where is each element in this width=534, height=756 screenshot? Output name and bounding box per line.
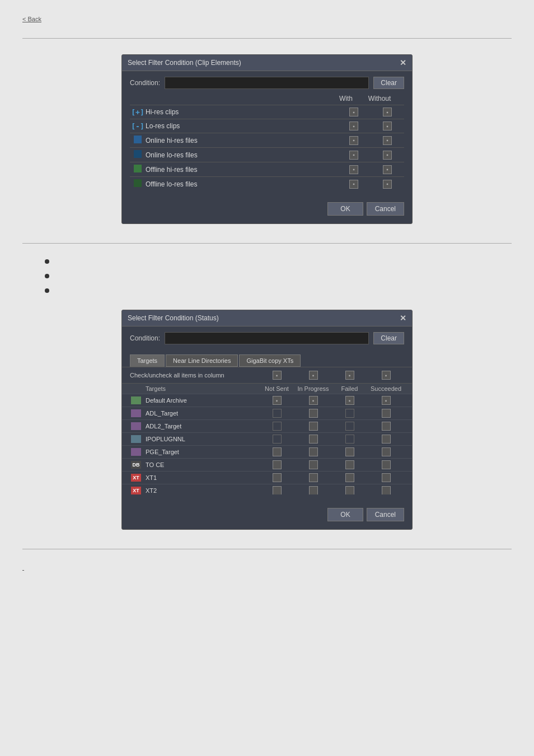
online-lores-label: Online lo-res files (146, 151, 337, 159)
pge-inprogress-checkbox[interactable] (309, 447, 318, 456)
clear-button-1[interactable]: Clear (373, 77, 404, 89)
dialog2-ok-button[interactable]: OK (327, 508, 363, 521)
check-all-inprogress-checkbox[interactable]: ▪ (309, 371, 318, 380)
offline-lores-icon (130, 179, 146, 189)
toce-failed-checkbox[interactable] (345, 460, 354, 469)
adl2-inprogress-checkbox[interactable] (309, 422, 318, 431)
ipoplug-inprogress-checkbox[interactable] (309, 435, 318, 444)
offline-hires-with-checkbox[interactable]: ▪ (349, 165, 358, 174)
table-row: DB TO CE (122, 458, 412, 471)
pge-target-icon (130, 447, 142, 456)
adl2-failed-checkbox[interactable] (345, 422, 354, 431)
default-archive-icon (130, 396, 142, 405)
table-row: ADL_Target (122, 407, 412, 419)
archive-succeeded-checkbox[interactable]: ▪ (382, 396, 391, 405)
online-lores-without-checkbox[interactable]: ▪ (383, 151, 392, 160)
tab-nearline[interactable]: Near Line Directories (166, 354, 238, 367)
adl-succeeded-checkbox[interactable] (382, 409, 391, 418)
dialog1-cancel-button[interactable]: Cancel (367, 202, 404, 216)
archive-inprogress-checkbox[interactable]: ▪ (309, 396, 318, 405)
ipoplug-notsent-checkbox[interactable] (273, 435, 282, 444)
th-succeeded: Succeeded (368, 385, 404, 392)
dialog1-ok-button[interactable]: OK (327, 202, 363, 216)
online-lores-with-checkbox[interactable]: ▪ (349, 151, 358, 160)
toce-succeeded-checkbox[interactable] (382, 460, 391, 469)
online-hires-without-checkbox[interactable]: ▪ (383, 136, 392, 145)
archive-notsent-checkbox[interactable]: ▪ (273, 396, 282, 405)
xt2-icon: XT (130, 486, 142, 494)
table-row: PGE_Target (122, 445, 412, 458)
toce-inprogress-checkbox[interactable] (309, 460, 318, 469)
top-nav-link[interactable]: < Back (0, 11, 534, 28)
clear-button-2[interactable]: Clear (373, 332, 404, 344)
xt1-succeeded-checkbox[interactable] (382, 473, 391, 482)
offline-hires-checkboxes: ▪ ▪ (337, 165, 404, 174)
adl-failed-checkbox[interactable] (345, 409, 354, 418)
items-list-1: [+] Hi-res clips ▪ ▪ (130, 105, 404, 191)
table-row: ADL2_Target (122, 419, 412, 432)
adl2-succeeded-checkbox[interactable] (382, 422, 391, 431)
adl-target-icon (130, 409, 142, 418)
adl-inprogress-checkbox[interactable] (309, 409, 318, 418)
condition-label-2: Condition: (130, 334, 160, 342)
dialog2-body: Condition: Clear (122, 326, 412, 344)
condition-input-2[interactable] (165, 332, 369, 344)
offline-lores-without-checkbox[interactable]: ▪ (383, 180, 392, 189)
check-all-label: Check/uncheck all items in column (130, 372, 259, 379)
xt1-cells (259, 473, 404, 482)
check-all-failed-checkbox[interactable]: ▪ (345, 371, 354, 380)
pge-failed-checkbox[interactable] (345, 447, 354, 456)
offline-lores-with-checkbox[interactable]: ▪ (349, 180, 358, 189)
dialog1-close-button[interactable]: ✕ (400, 59, 406, 67)
bullet-text-2 (55, 272, 57, 282)
xt2-notsent-checkbox[interactable] (273, 486, 282, 494)
bullet-dot-2 (45, 274, 49, 278)
xt2-succeeded-checkbox[interactable] (382, 486, 391, 494)
lo-res-without-checkbox[interactable]: ▪ (383, 122, 392, 130)
xt1-failed-checkbox[interactable] (345, 473, 354, 482)
hi-res-without-checkbox[interactable]: ▪ (383, 108, 392, 116)
dialog-status: Select Filter Condition (Status) ✕ Condi… (121, 310, 413, 530)
pge-succeeded-checkbox[interactable] (382, 447, 391, 456)
col-header-without: Without (363, 95, 396, 102)
hi-res-with-checkbox[interactable]: ▪ (349, 108, 358, 116)
table-row: XT XT1 (122, 471, 412, 484)
condition-input-1[interactable] (165, 77, 369, 89)
xt1-notsent-checkbox[interactable] (273, 473, 282, 482)
bullet-text-3 (55, 286, 57, 296)
offline-hires-without-checkbox[interactable]: ▪ (383, 165, 392, 174)
online-hires-with-checkbox[interactable]: ▪ (349, 136, 358, 145)
condition-row-2: Condition: Clear (130, 332, 404, 344)
th-inprogress: In Progress (295, 385, 331, 392)
pge-target-label: PGE_Target (146, 449, 259, 455)
ipoplug-succeeded-checkbox[interactable] (382, 435, 391, 444)
th-notsent: Not Sent (259, 385, 295, 392)
archive-failed-checkbox[interactable]: ▪ (345, 396, 354, 405)
bullet-item-2 (45, 272, 512, 282)
adl2-notsent-checkbox[interactable] (273, 422, 282, 431)
toce-notsent-checkbox[interactable] (273, 460, 282, 469)
check-all-notsent-checkbox[interactable]: ▪ (273, 371, 282, 380)
data-rows-scroll[interactable]: Default Archive ▪ ▪ ▪ ▪ (122, 394, 412, 494)
list-item: [-] Lo-res clips ▪ ▪ (130, 119, 404, 133)
page-wrapper: < Back Select Filter Condition (Clip Ele… (0, 0, 534, 756)
dialog2-title: Select Filter Condition (Status) (128, 314, 219, 322)
pge-notsent-checkbox[interactable] (273, 447, 282, 456)
check-all-succeeded-checkbox[interactable]: ▪ (382, 371, 391, 380)
lo-res-with-checkbox[interactable]: ▪ (349, 122, 358, 130)
col-header-with: With (329, 95, 363, 102)
xt1-inprogress-checkbox[interactable] (309, 473, 318, 482)
tab-gigabit[interactable]: GigaBit copy XTs (239, 354, 301, 367)
ipoplug-failed-checkbox[interactable] (345, 435, 354, 444)
adl-notsent-checkbox[interactable] (273, 409, 282, 418)
bullet-dot-3 (45, 288, 49, 293)
ipoplug-label: IPOPLUGNNL (146, 436, 259, 442)
dialog2-cancel-button[interactable]: Cancel (367, 508, 404, 521)
dialog2-close-button[interactable]: ✕ (400, 314, 406, 322)
ipoplug-icon (130, 435, 142, 444)
xt2-failed-checkbox[interactable] (345, 486, 354, 494)
bottom-nav-link[interactable] (0, 559, 534, 576)
tab-targets[interactable]: Targets (130, 354, 165, 367)
xt2-inprogress-checkbox[interactable] (309, 486, 318, 494)
col-headers-1: With Without (130, 95, 404, 102)
